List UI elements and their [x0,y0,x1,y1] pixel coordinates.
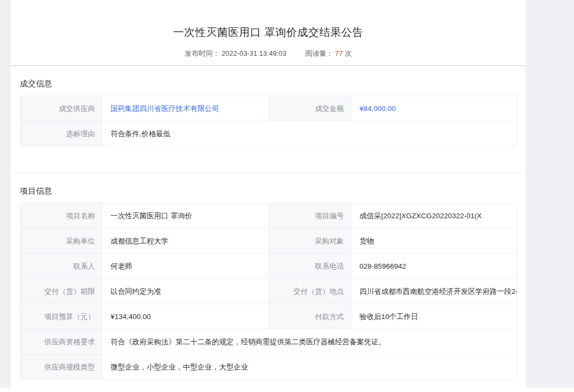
field-label-selection-reason: 选标理由 [20,121,102,146]
views-label: 阅读量： [305,49,333,57]
field-value-contact-phone: 028-85966942 [351,254,517,279]
table-row: 供应商规模类型 微型企业，小型企业，中型企业，大型企业 [20,354,517,380]
views-count: 77 [335,49,343,57]
section-divider [11,173,526,173]
field-label-delivery-place: 交付（货）地点 [269,279,351,304]
field-value-purchaser: 成都信息工程大学 [102,228,269,254]
publish-time-value: 2022-03-31 13:49:03 [222,49,286,57]
project-section-heading: 项目信息 [20,185,517,196]
field-label-payment-method: 付款方式 [269,304,351,329]
project-info-section: 项目信息 项目名称 一次性灭菌医用口 罩询价 项目编号 成信采[2022]XGZ… [11,185,526,380]
field-value-project-budget: ¥134,400.00 [102,304,269,329]
field-label-contact-person: 联系人 [20,254,102,279]
deal-section-heading: 成交信息 [20,78,517,89]
project-table: 项目名称 一次性灭菌医用口 罩询价 项目编号 成信采[2022]XGZXCG20… [20,203,517,380]
field-value-selection-reason: 符合条件,价格最低 [102,121,517,146]
deal-table: 成交供应商 国药集团四川省医疗技术有限公司 成交金额 ¥84,000.00 选标… [20,95,517,146]
table-row: 项目名称 一次性灭菌医用口 罩询价 项目编号 成信采[2022]XGZXCG20… [20,203,517,228]
header-divider [11,65,526,66]
field-value-contact-person: 何老师 [102,254,269,279]
field-value-payment-method: 验收后10个工作日 [351,304,517,329]
left-margin-strip [0,0,11,388]
field-value-amount: ¥84,000.00 [351,96,517,121]
field-label-delivery-deadline: 交付（货）期限 [20,279,102,304]
field-value-delivery-deadline: 以合同约定为准 [102,279,269,304]
field-label-supplier-qualification: 供应商资格要求 [20,329,102,354]
page-title: 一次性灭菌医用口 罩询价成交结果公告 [11,25,526,40]
field-value-supplier-scale-type: 微型企业，小型企业，中型企业，大型企业 [102,354,517,380]
views-unit: 次 [345,49,352,57]
field-label-purchaser: 采购单位 [20,228,102,254]
field-label-purchase-object: 采购对象 [269,228,351,254]
deal-amount: ¥84,000.00 [359,105,396,113]
table-row: 成交供应商 国药集团四川省医疗技术有限公司 成交金额 ¥84,000.00 [20,96,517,121]
announcement-header: 一次性灭菌医用口 罩询价成交结果公告 发布时间： 2022-03-31 13:4… [11,0,526,58]
table-row: 供应商资格要求 符合《政府采购法》第二十二条的规定，经销商需提供第二类医疗器械经… [20,329,517,354]
field-value-purchase-object: 货物 [351,228,517,254]
field-value-project-name: 一次性灭菌医用口 罩询价 [102,203,269,228]
publish-time-label: 发布时间： [185,49,219,57]
table-row: 项目预算（元） ¥134,400.00 付款方式 验收后10个工作日 [20,304,517,329]
field-label-contact-phone: 联系电话 [269,254,351,279]
field-value-delivery-place: 四川省成都市西南航空港经济开发区学府路一段24号 [351,279,517,304]
field-label-project-budget: 项目预算（元） [20,304,102,329]
table-row: 联系人 何老师 联系电话 028-85966942 [20,254,517,279]
supplier-link[interactable]: 国药集团四川省医疗技术有限公司 [111,105,219,113]
field-value-supplier-qualification: 符合《政府采购法》第二十二条的规定，经销商需提供第二类医疗器械经营备案凭证。 [102,329,517,354]
field-label-supplier-scale-type: 供应商规模类型 [20,354,102,380]
field-label-supplier: 成交供应商 [20,96,102,121]
table-row: 选标理由 符合条件,价格最低 [20,121,517,146]
deal-info-section: 成交信息 成交供应商 国药集团四川省医疗技术有限公司 成交金额 ¥84,000.… [11,78,526,146]
field-label-project-number: 项目编号 [269,203,351,228]
right-margin-strip [526,0,574,388]
field-label-amount: 成交金额 [269,96,351,121]
table-row: 交付（货）期限 以合同约定为准 交付（货）地点 四川省成都市西南航空港经济开发区… [20,279,517,304]
announcement-meta: 发布时间： 2022-03-31 13:49:03 阅读量： 77 次 [11,49,526,58]
field-label-project-name: 项目名称 [20,203,102,228]
page-content: 一次性灭菌医用口 罩询价成交结果公告 发布时间： 2022-03-31 13:4… [11,0,526,380]
field-value-project-number: 成信采[2022]XGZXCG20220322-01(X [351,203,517,228]
table-row: 采购单位 成都信息工程大学 采购对象 货物 [20,228,517,254]
field-value-supplier: 国药集团四川省医疗技术有限公司 [102,96,269,121]
